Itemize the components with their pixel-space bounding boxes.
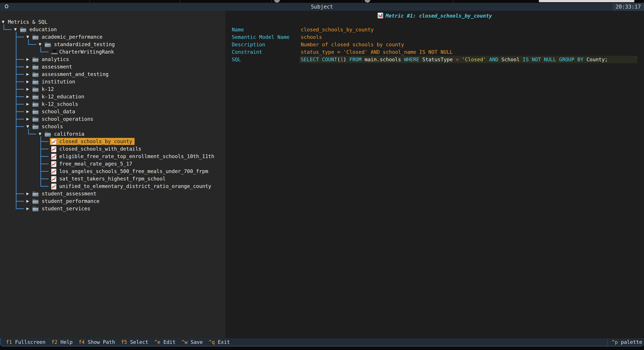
expand-arrow-icon[interactable]: ▶ bbox=[26, 86, 31, 93]
tree-item-academic_performance[interactable]: ▼ academic_performance bbox=[0, 33, 226, 40]
tree-item-metrics-sql[interactable]: ▼Metrics & SQL bbox=[0, 18, 226, 26]
hotkey-show-path[interactable]: f4 Show Path bbox=[78, 338, 115, 346]
expand-arrow-icon[interactable]: ▶ bbox=[26, 70, 31, 78]
tree-item-school_data[interactable]: ▶ school_data bbox=[0, 108, 226, 115]
sql-token-plain bbox=[459, 57, 462, 62]
expand-arrow-icon[interactable]: ▶ bbox=[26, 93, 31, 100]
expand-arrow-icon[interactable]: ▶ bbox=[26, 56, 31, 63]
sql-token-plain bbox=[574, 57, 578, 62]
sql-token-plain bbox=[584, 57, 586, 62]
tree-item-student_services[interactable]: ▶ student_services bbox=[0, 205, 226, 212]
tree-item-student_performance[interactable]: ▶ student_performance bbox=[0, 198, 226, 205]
sql-token-plain bbox=[498, 57, 501, 62]
tree-item-label: institution bbox=[42, 78, 75, 86]
tree-item-free_meal_rate_ages_5_17[interactable]: free_meal_rate_ages_5_17 bbox=[0, 160, 226, 168]
tree-item-k-12_schools[interactable]: ▶ k-12_schools bbox=[0, 100, 226, 108]
collapse-arrow-icon[interactable]: ▼ bbox=[2, 18, 6, 26]
tree-item-label: sat_test_takers_highest_frpm_school bbox=[59, 175, 166, 182]
tree-item-assessment_and_testing[interactable]: ▶ assessment_and_testing bbox=[0, 70, 226, 78]
expand-arrow-icon[interactable]: ▶ bbox=[26, 190, 31, 198]
tree-item-label: standardized_testing bbox=[54, 40, 115, 48]
tree-item-label: free_meal_rate_ages_5_17 bbox=[59, 160, 132, 168]
tree-item-label: school_operations bbox=[42, 115, 93, 123]
field-label: Constraint bbox=[232, 48, 262, 56]
sql-token-keyword: NOT bbox=[532, 57, 541, 62]
tree-item-label: assessment_and_testing bbox=[42, 70, 109, 78]
tree-item-education[interactable]: ▼ education bbox=[0, 26, 226, 33]
expand-arrow-icon[interactable]: ▶ bbox=[26, 78, 31, 86]
tree-item-analytics[interactable]: ▶ analytics bbox=[0, 56, 226, 63]
hotkey-select[interactable]: f5 Select bbox=[121, 338, 148, 346]
tree-item-k-12_education[interactable]: ▶ k-12_education bbox=[0, 93, 226, 100]
tree-guide-branch bbox=[16, 89, 24, 90]
tree-item-assessment[interactable]: ▶ assessment bbox=[0, 63, 226, 70]
tree-item-label: student_assessment bbox=[42, 190, 96, 198]
field-row-sql: SQLSELECT COUNT(1) FROM main.schools WHE… bbox=[226, 56, 644, 63]
expand-arrow-icon[interactable]: ▶ bbox=[26, 115, 31, 123]
expand-arrow-icon[interactable]: ▶ bbox=[26, 100, 31, 108]
hotkey-list: f1 Fullscreenf2 Helpf4 Show Pathf5 Selec… bbox=[6, 338, 230, 346]
tree-item-label: school_data bbox=[42, 108, 75, 115]
sql-token-keyword: IS bbox=[522, 57, 529, 62]
tree-item-closed_schools_by_county[interactable]: closed_schools_by_county bbox=[0, 138, 226, 145]
tree-item-k-12[interactable]: ▶ k-12 bbox=[0, 86, 226, 93]
tree-item-los_angeles_schools_500_free_meals_under_700_frpm[interactable]: los_angeles_schools_500_free_meals_under… bbox=[0, 168, 226, 175]
tree-guide-branch bbox=[16, 82, 24, 82]
expand-arrow-icon[interactable]: ▶ bbox=[26, 63, 31, 70]
hotkey-fullscreen[interactable]: f1 Fullscreen bbox=[6, 338, 46, 346]
tree-item-label: schools bbox=[42, 123, 63, 130]
collapse-arrow-icon[interactable]: ▼ bbox=[26, 123, 31, 130]
tree-item-institution[interactable]: ▶ institution bbox=[0, 78, 226, 86]
tree-item-school_operations[interactable]: ▶ school_operations bbox=[0, 115, 226, 123]
collapse-arrow-icon[interactable]: ▼ bbox=[14, 26, 19, 33]
tree-item-student_assessment[interactable]: ▶ student_assessment bbox=[0, 190, 226, 198]
sql-token-plain bbox=[401, 57, 404, 62]
tree-item-charterwritingrank[interactable]: CharterWritingRank bbox=[0, 48, 226, 56]
sql-token-plain bbox=[453, 57, 456, 62]
hotkey-label: Save bbox=[188, 339, 202, 345]
collapse-arrow-icon[interactable]: ▼ bbox=[39, 40, 44, 48]
status-bar: f1 Fullscreenf2 Helpf4 Show Pathf5 Selec… bbox=[0, 338, 644, 346]
folder-icon bbox=[32, 206, 39, 214]
hotkey-label: palette bbox=[618, 339, 642, 345]
top-edge-highlight bbox=[539, 0, 634, 2]
hotkey-key: f2 bbox=[51, 339, 58, 345]
tree-item-sat_test_takers_highest_frpm_school[interactable]: sat_test_takers_highest_frpm_school bbox=[0, 175, 226, 182]
tree-item-unified_to_elementary_district_ratio_orange_county[interactable]: unified_to_elementary_district_ratio_ora… bbox=[0, 182, 226, 190]
tree-item-schools[interactable]: ▼ schools bbox=[0, 123, 226, 130]
collapse-arrow-icon[interactable]: ▼ bbox=[26, 33, 31, 40]
sql-token-plain: main.schools bbox=[364, 57, 401, 62]
expand-arrow-icon[interactable]: ▶ bbox=[26, 198, 31, 205]
tree-guide-branch bbox=[16, 119, 24, 120]
tree-guide-branch bbox=[40, 149, 48, 149]
tree-guide-branch bbox=[16, 201, 24, 202]
tree-item-eligible_free_rate_top_enrollment_schools_10th_11th[interactable]: eligible_free_rate_top_enrollment_school… bbox=[0, 152, 226, 160]
hotkey-save[interactable]: ^w Save bbox=[182, 338, 203, 346]
tree-guide-branch bbox=[40, 164, 48, 164]
hotkey-exit[interactable]: ^q Exit bbox=[209, 338, 230, 346]
hotkey-help[interactable]: f2 Help bbox=[51, 338, 73, 346]
hotkey-label: Edit bbox=[160, 339, 176, 345]
tree-item-closed_schools_with_details[interactable]: closed_schools_with_details bbox=[0, 145, 226, 152]
tree-guide-branch bbox=[40, 52, 48, 52]
tree-guide-branch bbox=[16, 59, 24, 60]
field-row-name: Nameclosed_schools_by_county bbox=[226, 26, 644, 34]
sql-token-plain bbox=[346, 57, 350, 62]
tree-item-label: los_angeles_schools_500_free_meals_under… bbox=[59, 168, 208, 175]
tree-item-label: closed_schools_by_county bbox=[59, 138, 132, 145]
main-area: ▼Metrics & SQL▼ education▼ academic_perf… bbox=[0, 11, 644, 338]
collapse-arrow-icon[interactable]: ▼ bbox=[39, 130, 44, 138]
tree-guide-branch bbox=[16, 194, 24, 194]
tree-item-label: student_services bbox=[42, 205, 90, 212]
hotkey-key: ^p bbox=[612, 339, 618, 345]
expand-arrow-icon[interactable]: ▶ bbox=[26, 108, 31, 115]
metric-title: Metric #1: closed_schools_by_county bbox=[386, 13, 492, 19]
tree-guide-branch bbox=[16, 208, 24, 209]
expand-arrow-icon[interactable]: ▶ bbox=[26, 205, 31, 212]
sql-token-keyword: COUNT bbox=[322, 57, 337, 62]
sql-token-keyword: FROM bbox=[350, 57, 362, 62]
palette-hotkey[interactable]: ^p palette bbox=[612, 338, 642, 346]
window-title: Subject bbox=[0, 3, 644, 11]
hotkey-edit[interactable]: ^e Edit bbox=[154, 338, 176, 346]
sql-token-plain: County; bbox=[586, 57, 608, 62]
